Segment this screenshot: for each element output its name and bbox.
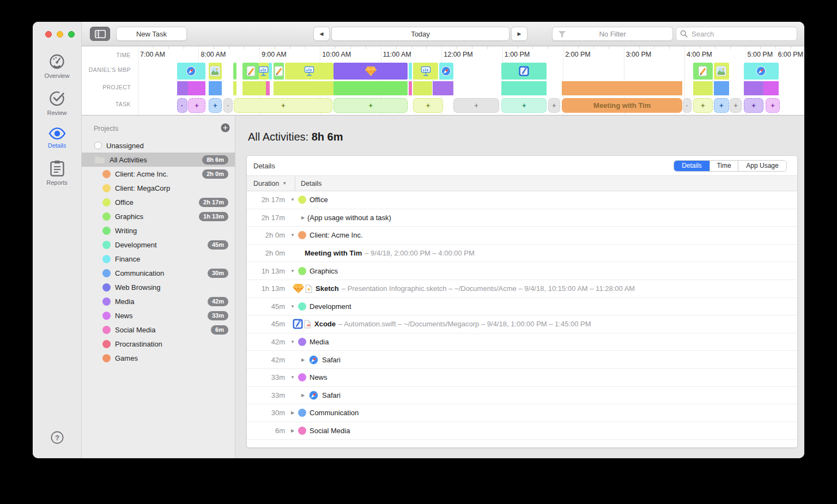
project-block[interactable] [562,81,682,95]
project-block[interactable] [409,81,412,95]
nav-item-review[interactable]: Review [47,90,66,116]
table-row[interactable]: 6m▶Social Media [247,422,797,440]
project-item[interactable]: Graphics1h 13m [82,209,235,223]
column-header-duration[interactable]: Duration ▼ [247,180,295,187]
app-usage-block[interactable] [744,63,779,80]
project-block[interactable] [433,81,453,95]
nav-item-overview[interactable]: Overview [45,53,70,79]
table-row[interactable]: 2h 17m▶(App usage without a task) [247,209,797,227]
table-row[interactable]: 42m▼Media [247,333,797,351]
disclosure-triangle[interactable]: ▼ [289,197,296,202]
task-block[interactable]: Meeting with Tim [562,98,682,113]
disclosure-triangle[interactable]: ▶ [289,428,296,433]
disclosure-triangle[interactable]: ▼ [289,233,296,238]
project-block[interactable] [693,81,713,95]
project-item[interactable]: Media42m [82,294,235,308]
sidebar-toggle-button[interactable] [90,27,110,41]
app-usage-block[interactable] [693,63,713,80]
task-block[interactable]: + [766,98,780,113]
project-item[interactable]: Social Media6m [82,323,235,337]
next-day-button[interactable]: ▶ [511,27,527,41]
column-header-details[interactable]: Details [295,176,797,191]
project-block[interactable] [177,81,188,95]
table-row[interactable]: 30m▶Communication [247,404,797,422]
project-item[interactable]: Client: MegaCorp [82,181,235,195]
task-block[interactable]: + [209,98,222,113]
task-block[interactable]: + [744,98,764,113]
project-block[interactable] [413,81,432,95]
task-block[interactable]: + [453,98,500,113]
task-block[interactable]: + [730,98,742,113]
table-row[interactable]: 33m▶Safari [247,387,797,405]
date-picker-button[interactable]: Today [331,27,510,41]
project-item[interactable]: News33m [82,308,235,323]
zoom-button[interactable] [68,31,75,38]
task-block[interactable]: + [413,98,443,113]
table-row[interactable]: 1h 13m▼Graphics [247,262,797,280]
app-usage-block[interactable] [269,63,272,80]
project-item[interactable]: Communication30m [82,266,235,280]
app-usage-block[interactable] [242,63,259,80]
table-row[interactable]: 2h 0mMeeting with Tim– 9/4/18, 2:00:00 P… [247,245,797,263]
table-row[interactable]: 42m▶Safari [247,351,797,369]
app-usage-block[interactable] [501,63,547,80]
project-block[interactable] [233,81,236,95]
disclosure-triangle[interactable]: ▼ [289,339,296,344]
project-item[interactable]: All Activities8h 6m [82,153,235,167]
task-block[interactable]: · [177,98,187,113]
task-block[interactable]: + [548,98,560,113]
tab-details[interactable]: Details [674,161,710,171]
project-item[interactable]: Client: Acme Inc.2h 0m [82,167,235,181]
project-block[interactable] [333,81,408,95]
app-usage-block[interactable] [259,63,269,80]
disclosure-triangle[interactable]: ▶ [300,393,306,398]
project-block[interactable] [501,81,547,95]
search-input[interactable] [676,27,797,41]
disclosure-triangle[interactable]: ▼ [289,269,296,274]
project-block[interactable] [763,81,779,95]
app-usage-block[interactable] [714,63,729,80]
task-block[interactable]: + [188,98,205,113]
disclosure-triangle[interactable]: ▼ [289,304,296,309]
table-row[interactable]: 45mXcode– Automation.swift – ~/Documents… [247,315,797,333]
app-usage-block[interactable] [233,63,236,80]
disclosure-triangle[interactable]: ▼ [289,375,296,380]
project-item[interactable]: Procrastination [82,337,235,351]
app-usage-block[interactable] [209,63,222,80]
filter-button[interactable]: No Filter [552,27,673,41]
task-block[interactable]: · [223,98,233,113]
task-block[interactable]: + [234,98,332,113]
project-block[interactable] [744,81,764,95]
table-row[interactable]: 45m▼Development [247,298,797,316]
project-item[interactable]: Writing [82,223,235,238]
app-usage-block[interactable] [274,63,284,80]
table-row[interactable]: 2h 0m▼Client: Acme Inc. [247,227,797,245]
project-block[interactable] [209,81,222,95]
app-usage-block[interactable] [285,63,333,80]
task-block[interactable]: + [714,98,729,113]
project-block[interactable] [266,81,270,95]
project-block[interactable] [188,81,205,95]
nav-item-details[interactable]: Details [48,127,66,149]
table-row[interactable]: 2h 17m▼Office [247,191,797,209]
disclosure-triangle[interactable]: ▶ [300,215,306,220]
nav-item-reports[interactable]: Reports [46,160,68,186]
tab-time[interactable]: Time [710,161,738,171]
project-item[interactable]: Development45m [82,238,235,252]
disclosure-triangle[interactable]: ▶ [289,410,296,415]
previous-day-button[interactable]: ◀ [313,27,330,41]
project-block[interactable] [242,81,266,95]
app-usage-block[interactable] [413,63,438,80]
project-item[interactable]: Office2h 17m [82,195,235,209]
project-item[interactable]: Games [82,351,235,365]
project-item[interactable]: Unassigned [82,138,235,153]
app-usage-block[interactable] [409,63,412,80]
project-item[interactable]: Web Browsing [82,280,235,294]
disclosure-triangle[interactable]: ▶ [300,357,306,362]
task-block[interactable]: + [501,98,547,113]
project-block[interactable] [714,81,729,95]
task-block[interactable]: + [333,98,408,113]
tab-app-usage[interactable]: App Usage [738,161,786,171]
task-block[interactable]: · [683,98,692,113]
project-item[interactable]: Finance [82,252,235,266]
